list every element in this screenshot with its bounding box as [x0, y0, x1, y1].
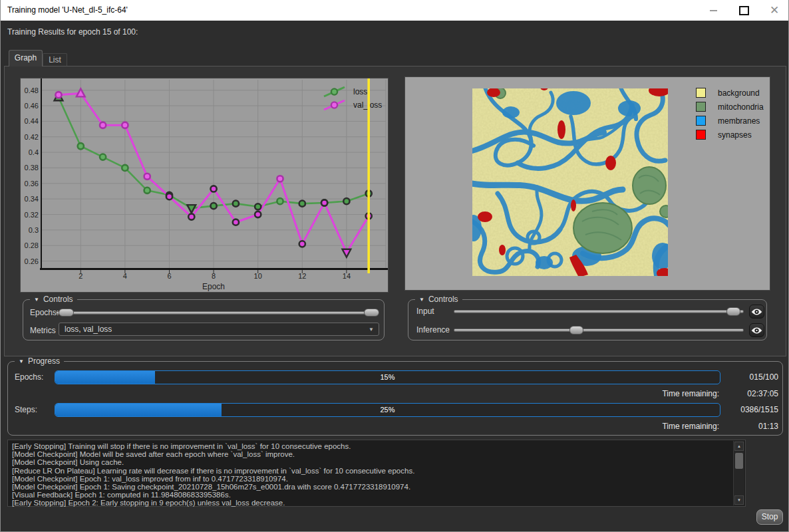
log-line: [Reduce LR On Plateau] Learning rate wil… — [12, 467, 732, 475]
titlebar: Training model 'U-Net_dl-5_ifc-64' ✕ — [1, 0, 788, 21]
tab-list[interactable]: List — [43, 53, 67, 66]
epochs-slider-label: Epochs: — [30, 308, 59, 317]
progress-group: ▼ Progress Epochs: 15% 015/100 Time rema… — [7, 361, 783, 436]
training-window: Training model 'U-Net_dl-5_ifc-64' ✕ Tra… — [0, 0, 789, 532]
steps-time-remaining-value: 01:13 — [758, 422, 778, 431]
epochs-progress-count: 015/100 — [750, 372, 778, 382]
legend-item-synapses: synapses — [696, 128, 764, 142]
legend-item-membranes: membranes — [696, 114, 764, 128]
input-slider-label: Input — [416, 307, 434, 316]
epochs-slider-min-handle[interactable] — [59, 309, 74, 317]
log-line: [Early Stopping] Training will stop if t… — [12, 442, 732, 450]
scroll-down-button[interactable]: ▼ — [734, 495, 744, 505]
svg-text:14: 14 — [343, 272, 351, 280]
mitochondria-swatch — [696, 102, 706, 112]
close-icon: ✕ — [770, 5, 779, 16]
epochs-slider-max-handle[interactable] — [364, 309, 379, 317]
legend-label: background — [718, 88, 760, 98]
collapse-arrow-icon: ▼ — [19, 358, 24, 364]
log-line: [Model Checkpoint] Epoch 1: val_loss imp… — [12, 475, 732, 483]
legend-label: membranes — [718, 116, 760, 126]
progress-header[interactable]: ▼ Progress — [15, 356, 64, 366]
svg-text:0.42: 0.42 — [25, 133, 39, 141]
svg-text:0.44: 0.44 — [25, 117, 39, 125]
arrow-up-icon: ▲ — [737, 444, 741, 448]
window-title: Training model 'U-Net_dl-5_ifc-64' — [7, 0, 128, 21]
svg-text:0.26: 0.26 — [25, 257, 39, 265]
segmentation-image — [472, 88, 668, 276]
svg-text:0.32: 0.32 — [25, 211, 39, 219]
training-log: [Early Stopping] Training will stop if t… — [7, 440, 746, 507]
minimize-icon — [710, 10, 717, 11]
svg-text:0.46: 0.46 — [25, 102, 39, 110]
stop-button[interactable]: Stop — [756, 509, 783, 525]
inference-slider-label: Inference — [416, 325, 450, 334]
svg-text:0.48: 0.48 — [25, 86, 39, 94]
log-output: [Early Stopping] Training will stop if t… — [12, 442, 732, 507]
svg-text:10: 10 — [254, 272, 262, 280]
metrics-dropdown[interactable]: loss, val_loss ▼ — [59, 323, 379, 336]
chart-controls-header[interactable]: ▼ Controls — [30, 295, 77, 304]
chevron-down-icon: ▼ — [364, 327, 379, 332]
scroll-up-button[interactable]: ▲ — [734, 442, 744, 451]
inference-visibility-button[interactable] — [749, 323, 764, 337]
epochs-progress-percent: 15% — [55, 371, 720, 384]
steps-time-remaining-label: Time remaining: — [662, 422, 719, 431]
svg-text:Epoch: Epoch — [202, 282, 225, 291]
log-line: [Early Stopping] Epoch 2: Early stopping… — [12, 499, 732, 507]
background-swatch — [696, 88, 706, 98]
log-line: [Model Checkpoint] Epoch 1: Saving check… — [12, 483, 732, 491]
log-line: [Model Checkpoint] Using cache. — [12, 458, 732, 466]
collapse-arrow-icon: ▼ — [419, 297, 424, 303]
segmentation-legend: background mitochondria membranes synaps… — [696, 86, 764, 142]
image-controls-group: ▼ Controls Input Inference — [408, 299, 767, 340]
epochs-range-slider[interactable] — [56, 311, 374, 315]
close-button[interactable]: ✕ — [759, 0, 789, 21]
log-line: [Model Checkpoint] Model will be saved a… — [12, 450, 732, 458]
svg-text:0.3: 0.3 — [29, 226, 39, 234]
inference-slider-handle[interactable] — [569, 326, 583, 334]
svg-text:0.38: 0.38 — [25, 164, 39, 172]
steps-progress-percent: 25% — [55, 404, 720, 416]
inference-panel: background mitochondria membranes synaps… — [404, 76, 770, 291]
eye-icon — [751, 308, 762, 316]
membranes-swatch — [696, 116, 706, 126]
maximize-icon — [739, 6, 749, 15]
metrics-dropdown-value: loss, val_loss — [59, 325, 364, 334]
legend-item-mitochondria: mitochondria — [696, 100, 764, 114]
metrics-dropdown-label: Metrics — [30, 326, 56, 335]
svg-text:0.4: 0.4 — [29, 148, 39, 156]
svg-text:6: 6 — [167, 272, 171, 280]
results-subtitle: Training Results for epoch 15 of 100: — [7, 27, 138, 37]
input-slider-handle[interactable] — [726, 307, 740, 316]
log-scrollbar[interactable]: ▲ ▼ — [733, 441, 744, 505]
svg-text:12: 12 — [298, 272, 306, 280]
input-opacity-slider[interactable] — [454, 310, 744, 313]
inference-opacity-slider[interactable] — [454, 329, 744, 332]
svg-text:0.34: 0.34 — [25, 195, 39, 203]
eye-icon — [751, 327, 762, 334]
epochs-progress-bar: 15% — [55, 370, 720, 384]
epochs-time-remaining-label: Time remaining: — [662, 389, 719, 398]
svg-text:loss: loss — [353, 87, 367, 96]
legend-label: synapses — [718, 130, 752, 140]
input-visibility-button[interactable] — [749, 305, 764, 319]
maximize-button[interactable] — [728, 0, 759, 21]
arrow-down-icon: ▼ — [737, 498, 741, 502]
svg-text:0.28: 0.28 — [25, 241, 39, 249]
svg-text:4: 4 — [123, 272, 127, 280]
legend-label: mitochondria — [718, 102, 764, 112]
image-controls-header[interactable]: ▼ Controls — [415, 295, 462, 304]
scrollbar-thumb[interactable] — [735, 453, 743, 469]
steps-progress-count: 0386/1515 — [740, 405, 778, 414]
chart-controls-group: ▼ Controls Epochs: Metrics loss, val_los… — [23, 299, 385, 340]
svg-text:0.36: 0.36 — [25, 180, 39, 188]
minimize-button[interactable] — [698, 0, 728, 21]
collapse-arrow-icon: ▼ — [34, 297, 39, 303]
tab-graph[interactable]: Graph — [9, 50, 43, 66]
loss-chart-panel: 0.480.460.440.420.40.380.360.340.320.30.… — [20, 78, 389, 293]
training-chart-svg: 0.480.460.440.420.40.380.360.340.320.30.… — [21, 78, 388, 292]
synapses-swatch — [696, 130, 706, 140]
epochs-time-remaining-value: 02:37:05 — [747, 389, 778, 398]
epochs-progress-label: Epochs: — [15, 372, 43, 382]
